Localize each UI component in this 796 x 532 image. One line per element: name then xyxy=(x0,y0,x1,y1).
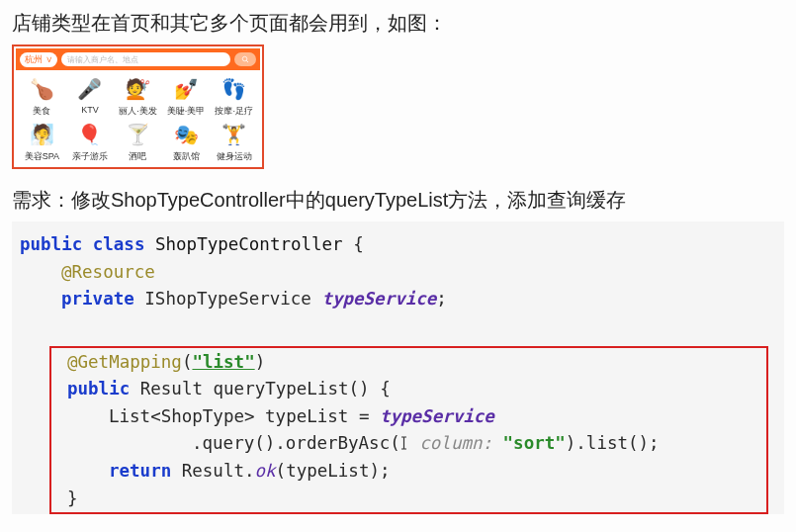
requirement-paragraph: 需求：修改ShopTypeController中的queryTypeList方法… xyxy=(12,187,784,214)
code-content: public class ShopTypeController { @Resou… xyxy=(20,231,776,514)
category-item[interactable]: 🎤KTV xyxy=(66,74,115,118)
category-label: 按摩·足疗 xyxy=(215,105,253,118)
search-input[interactable]: 请输入商户名、地点 xyxy=(61,52,230,66)
search-icon xyxy=(241,55,249,63)
category-label: 轰趴馆 xyxy=(173,150,200,163)
category-label: KTV xyxy=(81,105,99,115)
category-label: 健身运动 xyxy=(217,150,252,163)
intro-paragraph: 店铺类型在首页和其它多个页面都会用到，如图： xyxy=(12,10,784,37)
kids-icon: 🎈 xyxy=(75,120,105,149)
search-placeholder: 请输入商户名、地点 xyxy=(67,54,138,65)
category-item[interactable]: 💇丽人·美发 xyxy=(114,74,162,118)
app-preview: 杭州 ∨ 请输入商户名、地点 🍗美食 🎤KTV 💇丽人·美发 💅美睫·美甲 👣按… xyxy=(12,44,264,169)
gym-icon: 🏋️ xyxy=(220,120,249,149)
category-label: 美睫·美甲 xyxy=(167,105,206,118)
category-item[interactable]: 👣按摩·足疗 xyxy=(210,74,258,118)
category-label: 美食 xyxy=(33,105,50,118)
category-item[interactable]: 💅美睫·美甲 xyxy=(162,74,211,118)
highlighted-method: @GetMapping("list") public Result queryT… xyxy=(49,346,768,515)
food-icon: 🍗 xyxy=(27,74,56,104)
app-header: 杭州 ∨ 请输入商户名、地点 xyxy=(16,48,260,70)
category-item[interactable]: 🍸酒吧 xyxy=(114,120,162,163)
code-block: public class ShopTypeController { @Resou… xyxy=(12,222,784,514)
ktv-icon: 🎤 xyxy=(75,74,105,104)
category-label: 酒吧 xyxy=(129,150,146,163)
spa-icon: 🧖 xyxy=(27,120,56,149)
category-item[interactable]: 🎭轰趴馆 xyxy=(162,120,211,163)
massage-icon: 👣 xyxy=(220,74,249,104)
category-item[interactable]: 🍗美食 xyxy=(18,74,66,118)
bar-icon: 🍸 xyxy=(123,120,152,149)
svg-line-1 xyxy=(246,60,248,62)
text-cursor-icon xyxy=(399,435,408,451)
party-icon: 🎭 xyxy=(171,120,201,149)
svg-point-0 xyxy=(242,56,247,61)
category-label: 亲子游乐 xyxy=(72,150,108,163)
city-selector[interactable]: 杭州 ∨ xyxy=(20,52,57,67)
category-label: 丽人·美发 xyxy=(119,105,157,118)
category-label: 美容SPA xyxy=(25,150,59,163)
category-item[interactable]: 🏋️健身运动 xyxy=(210,120,258,163)
category-grid: 🍗美食 🎤KTV 💇丽人·美发 💅美睫·美甲 👣按摩·足疗 🧖美容SPA 🎈亲子… xyxy=(16,70,260,165)
hair-icon: 💇 xyxy=(123,74,152,104)
search-button[interactable] xyxy=(234,52,256,66)
category-item[interactable]: 🎈亲子游乐 xyxy=(66,120,115,163)
nail-icon: 💅 xyxy=(171,74,201,104)
category-item[interactable]: 🧖美容SPA xyxy=(18,120,66,163)
